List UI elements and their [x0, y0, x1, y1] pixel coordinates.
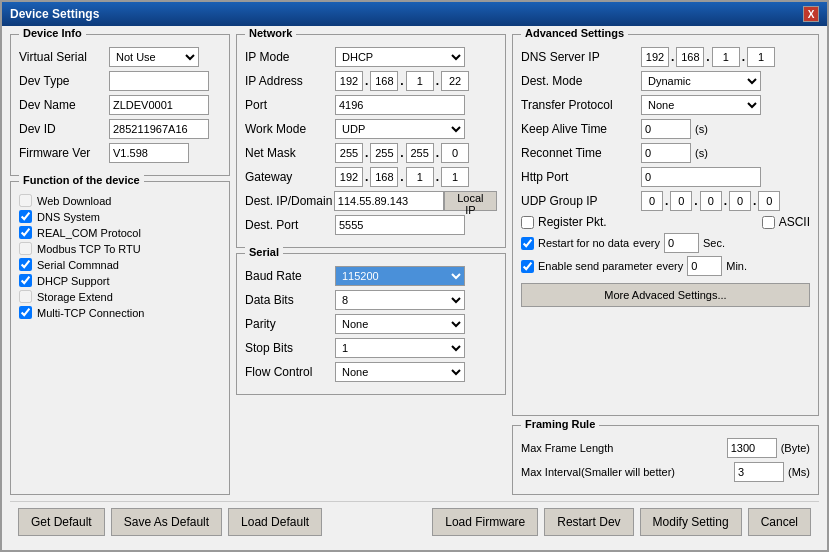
- ip-seg1[interactable]: [335, 71, 363, 91]
- dev-name-input[interactable]: [109, 95, 209, 115]
- dns-seg3[interactable]: [712, 47, 740, 67]
- nm-seg1[interactable]: [335, 143, 363, 163]
- firmware-ver-row: Firmware Ver: [19, 143, 221, 163]
- network-group: Network IP Mode DHCP Static IP Address .: [236, 34, 506, 248]
- nm-seg2[interactable]: [370, 143, 398, 163]
- dev-id-input[interactable]: [109, 119, 209, 139]
- udp-seg5[interactable]: [758, 191, 780, 211]
- ip-address-input: . . .: [335, 71, 469, 91]
- func-dns-system: DNS System: [19, 210, 221, 223]
- gw-seg4[interactable]: [441, 167, 469, 187]
- enable-send-input[interactable]: [687, 256, 722, 276]
- dest-mode-select[interactable]: Dynamic Static: [641, 71, 761, 91]
- dev-type-input[interactable]: [109, 71, 209, 91]
- modify-setting-button[interactable]: Modify Setting: [640, 508, 742, 536]
- func-modbus-checkbox[interactable]: [19, 242, 32, 255]
- restart-no-data-checkbox[interactable]: [521, 237, 534, 250]
- work-mode-select[interactable]: UDP TCP Client TCP Server: [335, 119, 465, 139]
- http-port-input[interactable]: [641, 167, 761, 187]
- func-real-com-checkbox[interactable]: [19, 226, 32, 239]
- func-serial-cmd-checkbox[interactable]: [19, 258, 32, 271]
- work-mode-label: Work Mode: [245, 122, 335, 136]
- ascii-checkbox[interactable]: [762, 216, 775, 229]
- restart-unit: Sec.: [703, 237, 725, 249]
- max-interval-input[interactable]: [734, 462, 784, 482]
- advanced-group: Advanced Settings DNS Server IP . . .: [512, 34, 819, 416]
- func-dhcp-support: DHCP Support: [19, 274, 221, 287]
- parity-select[interactable]: None Odd Even: [335, 314, 465, 334]
- enable-send-label: Enable send parameter: [538, 260, 652, 272]
- nm-seg4[interactable]: [441, 143, 469, 163]
- dns-server-ip-input: . . .: [641, 47, 775, 67]
- restart-every-input[interactable]: [664, 233, 699, 253]
- data-bits-row: Data Bits 8 5 6 7: [245, 290, 497, 310]
- serial-group: Serial Baud Rate 115200 9600 19200 38400…: [236, 253, 506, 395]
- dns-server-row: DNS Server IP . . .: [521, 47, 810, 67]
- get-default-button[interactable]: Get Default: [18, 508, 105, 536]
- flow-control-select[interactable]: None Hardware Software: [335, 362, 465, 382]
- load-firmware-button[interactable]: Load Firmware: [432, 508, 538, 536]
- more-advanced-button[interactable]: More Advaced Settings...: [521, 283, 810, 307]
- keep-alive-input[interactable]: [641, 119, 691, 139]
- gw-seg1[interactable]: [335, 167, 363, 187]
- restart-dev-button[interactable]: Restart Dev: [544, 508, 633, 536]
- ip-dot2: .: [400, 74, 403, 88]
- dns-seg2[interactable]: [676, 47, 704, 67]
- dns-seg4[interactable]: [747, 47, 775, 67]
- ip-mode-select[interactable]: DHCP Static: [335, 47, 465, 67]
- reconnect-label: Reconnet Time: [521, 146, 641, 160]
- bottom-left-buttons: Get Default Save As Default Load Default: [18, 508, 322, 536]
- dest-port-input[interactable]: [335, 215, 465, 235]
- dest-ip-input[interactable]: [334, 191, 444, 211]
- udp-seg1[interactable]: [641, 191, 663, 211]
- gw-seg2[interactable]: [370, 167, 398, 187]
- ip-seg3[interactable]: [406, 71, 434, 91]
- save-as-default-button[interactable]: Save As Default: [111, 508, 222, 536]
- udp-seg3[interactable]: [700, 191, 722, 211]
- firmware-ver-input: [109, 143, 189, 163]
- register-pkt-checkbox[interactable]: [521, 216, 534, 229]
- dns-seg1[interactable]: [641, 47, 669, 67]
- stop-bits-select[interactable]: 1 2: [335, 338, 465, 358]
- func-multi-tcp-checkbox[interactable]: [19, 306, 32, 319]
- port-input[interactable]: [335, 95, 465, 115]
- cancel-button[interactable]: Cancel: [748, 508, 811, 536]
- data-bits-select[interactable]: 8 5 6 7: [335, 290, 465, 310]
- close-button[interactable]: X: [803, 6, 819, 22]
- dev-name-row: Dev Name: [19, 95, 221, 115]
- col2: Network IP Mode DHCP Static IP Address .: [236, 34, 506, 495]
- ip-mode-row: IP Mode DHCP Static: [245, 47, 497, 67]
- func-serial-cmd-label: Serial Commnad: [37, 259, 119, 271]
- func-web-download-checkbox[interactable]: [19, 194, 32, 207]
- enable-send-checkbox[interactable]: [521, 260, 534, 273]
- keep-alive-label: Keep Alive Time: [521, 122, 641, 136]
- gw-seg3[interactable]: [406, 167, 434, 187]
- max-frame-input[interactable]: [727, 438, 777, 458]
- udp-group-ip-input: . . . .: [641, 191, 780, 211]
- dev-name-label: Dev Name: [19, 98, 109, 112]
- virtual-serial-select[interactable]: Not Use COM1 COM2: [109, 47, 199, 67]
- baud-rate-select[interactable]: 115200 9600 19200 38400 57600: [335, 266, 465, 286]
- func-modbus-label: Modbus TCP To RTU: [37, 243, 141, 255]
- func-dhcp-support-checkbox[interactable]: [19, 274, 32, 287]
- transfer-protocol-select[interactable]: None Modbus: [641, 95, 761, 115]
- func-dns-system-checkbox[interactable]: [19, 210, 32, 223]
- udp-seg4[interactable]: [729, 191, 751, 211]
- nm-seg3[interactable]: [406, 143, 434, 163]
- net-mask-label: Net Mask: [245, 146, 335, 160]
- stop-bits-row: Stop Bits 1 2: [245, 338, 497, 358]
- serial-title: Serial: [245, 246, 283, 258]
- func-dhcp-support-label: DHCP Support: [37, 275, 110, 287]
- max-frame-unit: (Byte): [781, 442, 810, 454]
- parity-row: Parity None Odd Even: [245, 314, 497, 334]
- ip-seg2[interactable]: [370, 71, 398, 91]
- ip-seg4[interactable]: [441, 71, 469, 91]
- func-storage-extend-checkbox[interactable]: [19, 290, 32, 303]
- local-ip-button[interactable]: Local IP: [444, 191, 497, 211]
- framing-title: Framing Rule: [521, 418, 599, 430]
- ip-mode-label: IP Mode: [245, 50, 335, 64]
- load-default-button[interactable]: Load Default: [228, 508, 322, 536]
- main-content: Device Info Virtual Serial Not Use COM1 …: [2, 26, 827, 550]
- udp-seg2[interactable]: [670, 191, 692, 211]
- reconnect-input[interactable]: [641, 143, 691, 163]
